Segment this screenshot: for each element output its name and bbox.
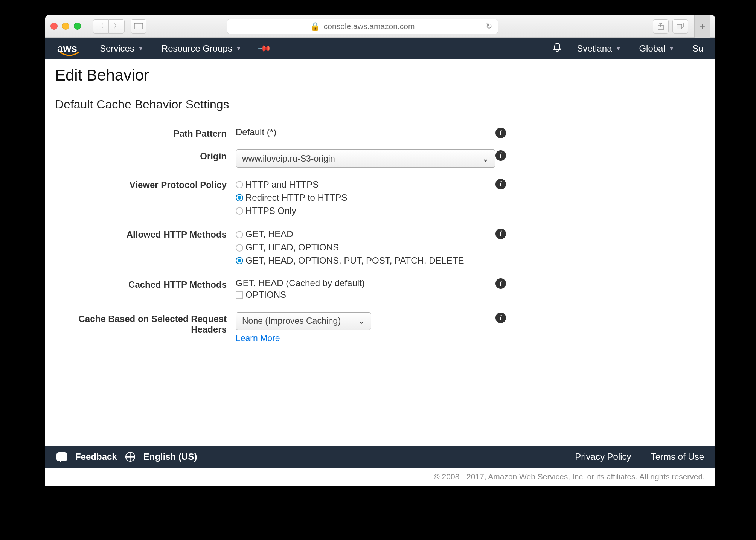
chevron-down-icon: ⌄ <box>358 316 365 326</box>
row-path-pattern: Path Pattern Default (*) i <box>55 127 706 139</box>
row-cache-headers: Cache Based on Selected Request Headers … <box>55 312 706 343</box>
aws-nav: aws Services ▼ Resource Groups ▼ 📌 Svetl… <box>45 38 715 59</box>
info-icon[interactable]: i <box>495 128 506 138</box>
language-selector[interactable]: English (US) <box>143 452 197 462</box>
nav-resource-groups[interactable]: Resource Groups ▼ <box>162 43 241 54</box>
info-icon[interactable]: i <box>495 313 506 323</box>
terms-link[interactable]: Terms of Use <box>651 452 704 462</box>
nav-pin[interactable]: 📌 <box>259 44 270 53</box>
info-icon[interactable]: i <box>495 179 506 189</box>
cached-methods-note: GET, HEAD (Cached by default) <box>236 278 495 288</box>
feedback-icon <box>56 452 67 461</box>
origin-select[interactable]: www.iloveip.ru-S3-origin ⌄ <box>236 149 495 168</box>
browser-titlebar: 〈 〉 🔒 console.aws.amazon.com ↻ + <box>45 15 715 38</box>
radio-icon <box>236 244 243 252</box>
page-title: Edit Behavior <box>55 66 706 88</box>
cached-methods-label: Cached HTTP Methods <box>55 278 236 290</box>
window-controls <box>50 23 81 30</box>
privacy-link[interactable]: Privacy Policy <box>575 452 631 462</box>
sidebar-toggle-button[interactable] <box>131 19 146 34</box>
nav-support-label: Su <box>692 43 703 54</box>
path-pattern-label: Path Pattern <box>55 127 236 139</box>
lock-icon: 🔒 <box>310 22 320 31</box>
viewer-protocol-option-0[interactable]: HTTP and HTTPS <box>236 178 495 191</box>
address-bar[interactable]: 🔒 console.aws.amazon.com ↻ <box>227 19 498 34</box>
cache-headers-select[interactable]: None (Improves Caching) ⌄ <box>236 312 371 330</box>
row-cached-methods: Cached HTTP Methods GET, HEAD (Cached by… <box>55 278 706 302</box>
radio-icon <box>236 181 243 188</box>
main-content: Edit Behavior Default Cache Behavior Set… <box>45 59 715 446</box>
learn-more-link[interactable]: Learn More <box>236 333 280 343</box>
aws-logo[interactable]: aws <box>57 43 77 55</box>
svg-rect-0 <box>134 23 143 29</box>
chevron-down-icon: ⌄ <box>482 154 489 164</box>
footer-dark: Feedback English (US) Privacy Policy Ter… <box>45 446 715 468</box>
globe-icon <box>125 452 135 462</box>
row-viewer-protocol: Viewer Protocol Policy HTTP and HTTPS Re… <box>55 178 706 217</box>
viewer-protocol-label: Viewer Protocol Policy <box>55 178 236 190</box>
tabs-icon <box>677 23 684 30</box>
viewer-protocol-option-2[interactable]: HTTPS Only <box>236 204 495 218</box>
nav-region[interactable]: Global ▼ <box>639 43 674 54</box>
chevron-down-icon: ▼ <box>236 46 241 52</box>
allowed-methods-option-0[interactable]: GET, HEAD <box>236 228 495 241</box>
back-button[interactable]: 〈 <box>93 19 109 34</box>
feedback-link[interactable]: Feedback <box>75 452 117 462</box>
origin-label: Origin <box>55 149 236 162</box>
minimize-window-icon[interactable] <box>62 23 69 30</box>
cached-methods-options-checkbox[interactable]: OPTIONS <box>236 288 495 302</box>
radio-selected-icon <box>236 257 243 264</box>
allowed-methods-label: Allowed HTTP Methods <box>55 228 236 240</box>
copyright-text: © 2008 - 2017, Amazon Web Services, Inc.… <box>434 472 705 481</box>
cache-headers-label: Cache Based on Selected Request Headers <box>55 312 236 335</box>
checkbox-icon <box>236 291 243 299</box>
url-host: console.aws.amazon.com <box>324 22 415 31</box>
reload-icon[interactable]: ↻ <box>486 22 492 31</box>
allowed-methods-option-1[interactable]: GET, HEAD, OPTIONS <box>236 241 495 254</box>
nav-back-forward: 〈 〉 <box>93 19 125 34</box>
share-icon <box>657 23 664 30</box>
row-origin: Origin www.iloveip.ru-S3-origin ⌄ i <box>55 149 706 168</box>
radio-selected-icon <box>236 194 243 201</box>
nav-user-label: Svetlana <box>577 43 612 54</box>
nav-region-label: Global <box>639 43 665 54</box>
chevron-down-icon: ▼ <box>138 46 143 52</box>
info-icon[interactable]: i <box>495 150 506 161</box>
radio-icon <box>236 231 243 238</box>
nav-services[interactable]: Services ▼ <box>100 43 143 54</box>
forward-button[interactable]: 〉 <box>109 19 125 34</box>
aws-smile-icon <box>59 52 80 57</box>
chevron-down-icon: ▼ <box>616 46 621 52</box>
allowed-methods-option-2[interactable]: GET, HEAD, OPTIONS, PUT, POST, PATCH, DE… <box>236 254 495 267</box>
footer-copyright: © 2008 - 2017, Amazon Web Services, Inc.… <box>45 468 715 486</box>
chevron-down-icon: ▼ <box>669 46 674 52</box>
section-title: Default Cache Behavior Settings <box>55 98 706 116</box>
info-icon[interactable]: i <box>495 229 506 239</box>
radio-icon <box>236 207 243 215</box>
nav-support[interactable]: Su <box>692 43 703 54</box>
row-allowed-methods: Allowed HTTP Methods GET, HEAD GET, HEAD… <box>55 228 706 267</box>
path-pattern-value: Default (*) <box>236 127 495 137</box>
nav-services-label: Services <box>100 43 134 54</box>
zoom-window-icon[interactable] <box>74 23 81 30</box>
origin-select-value: www.iloveip.ru-S3-origin <box>242 154 335 164</box>
close-window-icon[interactable] <box>50 23 58 30</box>
tabs-button[interactable] <box>672 19 688 34</box>
sidebar-icon <box>134 23 143 29</box>
nav-resource-groups-label: Resource Groups <box>162 43 232 54</box>
share-button[interactable] <box>653 19 669 34</box>
cache-headers-select-value: None (Improves Caching) <box>242 316 341 326</box>
new-tab-button[interactable]: + <box>694 15 710 38</box>
pin-icon: 📌 <box>258 41 271 55</box>
browser-window: 〈 〉 🔒 console.aws.amazon.com ↻ + aws Ser… <box>45 15 715 486</box>
viewer-protocol-option-1[interactable]: Redirect HTTP to HTTPS <box>236 191 495 204</box>
nav-user[interactable]: Svetlana ▼ <box>577 43 621 54</box>
info-icon[interactable]: i <box>495 278 506 289</box>
svg-rect-5 <box>677 24 682 29</box>
notifications-icon[interactable] <box>553 43 562 55</box>
